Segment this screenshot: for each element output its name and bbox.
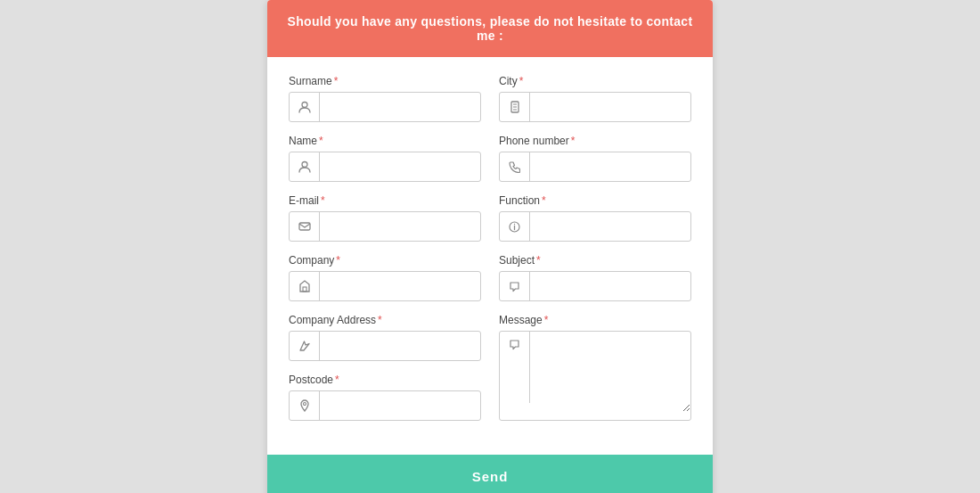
message-textarea[interactable] — [530, 332, 690, 412]
name-input[interactable] — [320, 152, 480, 181]
postcode-icon — [290, 391, 320, 420]
email-icon — [290, 212, 320, 241]
surname-icon — [290, 93, 320, 121]
postcode-field-group: Postcode* — [289, 374, 481, 421]
header-text: Should you have any questions, please do… — [288, 14, 693, 43]
surname-label: Surname* — [289, 75, 481, 87]
contact-form-container: Should you have any questions, please do… — [267, 0, 713, 493]
function-icon — [500, 212, 530, 241]
company-address-input[interactable] — [320, 332, 480, 360]
message-label: Message* — [499, 314, 691, 326]
svg-point-1 — [302, 162, 307, 168]
name-input-wrapper — [289, 152, 481, 182]
company-address-icon — [290, 332, 320, 360]
company-address-label: Company Address* — [289, 314, 481, 326]
function-input[interactable] — [530, 212, 690, 241]
svg-point-0 — [302, 103, 307, 108]
company-label: Company* — [289, 254, 481, 267]
send-label: Send — [472, 469, 509, 484]
company-address-field-group: Company Address* — [289, 314, 481, 361]
form-body: Surname* Name* — [267, 57, 713, 455]
company-icon — [290, 272, 320, 300]
form-header: Should you have any questions, please do… — [267, 0, 713, 57]
name-field-group: Name* — [289, 135, 481, 182]
email-input-wrapper — [289, 211, 481, 242]
name-icon — [290, 152, 320, 181]
postcode-input-wrapper — [289, 390, 481, 421]
svg-point-4 — [303, 403, 306, 406]
function-field-group: Function* — [499, 194, 691, 242]
svg-rect-3 — [303, 287, 306, 292]
postcode-input[interactable] — [320, 391, 480, 420]
surname-input[interactable] — [320, 93, 480, 121]
phone-input[interactable] — [530, 152, 690, 181]
subject-label: Subject* — [499, 254, 691, 267]
subject-field-group: Subject* — [499, 254, 691, 301]
subject-input[interactable] — [530, 272, 690, 300]
subject-icon — [500, 272, 530, 300]
left-column: Surname* Name* — [289, 75, 481, 433]
city-input-wrapper — [499, 92, 691, 122]
surname-field-group: Surname* — [289, 75, 481, 122]
email-input[interactable] — [320, 212, 480, 241]
svg-point-11 — [514, 223, 515, 224]
city-field-group: City* — [499, 75, 691, 122]
postcode-label: Postcode* — [289, 374, 481, 386]
city-input[interactable] — [530, 93, 690, 121]
subject-input-wrapper — [499, 271, 691, 301]
send-button[interactable]: Send — [267, 455, 713, 493]
city-label: City* — [499, 75, 691, 87]
svg-rect-2 — [299, 223, 310, 230]
email-label: E-mail* — [289, 194, 481, 207]
phone-icon — [500, 152, 530, 181]
message-field-group: Message* — [499, 314, 691, 421]
company-input[interactable] — [320, 272, 480, 300]
function-label: Function* — [499, 194, 691, 207]
phone-field-group: Phone number* — [499, 135, 691, 182]
right-column: City* Phone number* — [499, 75, 691, 433]
email-field-group: E-mail* — [289, 194, 481, 242]
company-field-group: Company* — [289, 254, 481, 301]
phone-input-wrapper — [499, 152, 691, 182]
name-label: Name* — [289, 135, 481, 147]
message-textarea-wrapper — [499, 331, 691, 421]
function-input-wrapper — [499, 211, 691, 242]
message-icon — [500, 332, 530, 403]
surname-input-wrapper — [289, 92, 481, 122]
city-icon — [500, 93, 530, 121]
company-address-input-wrapper — [289, 331, 481, 361]
phone-label: Phone number* — [499, 135, 691, 147]
company-input-wrapper — [289, 271, 481, 301]
